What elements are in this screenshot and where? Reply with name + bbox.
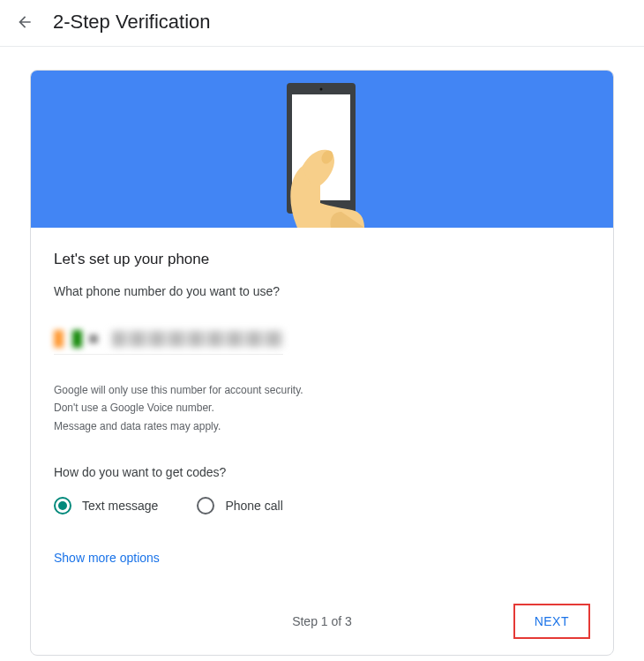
setup-card: Let's set up your phone What phone numbe… [30, 70, 614, 656]
card-content: Let's set up your phone What phone numbe… [31, 228, 613, 655]
next-button[interactable]: NEXT [513, 604, 590, 639]
radio-group: Text message Phone call [54, 497, 590, 515]
footer-row: Step 1 of 3 NEXT [54, 604, 590, 639]
page-title: 2-Step Verification [53, 11, 211, 34]
section-heading: Let's set up your phone [54, 251, 590, 268]
phone-number-field [112, 331, 283, 347]
dropdown-caret-icon [89, 334, 98, 343]
codes-question: How do you want to get codes? [54, 465, 590, 479]
radio-label-phone-call: Phone call [225, 499, 282, 513]
disclaimer-block: Google will only use this number for acc… [54, 381, 590, 435]
disclaimer-line-3: Message and data rates may apply. [54, 417, 590, 435]
country-flag-icon [54, 330, 82, 348]
svg-point-1 [320, 88, 323, 91]
back-arrow-icon[interactable] [14, 11, 35, 33]
step-indicator: Step 1 of 3 [292, 614, 352, 628]
hero-illustration [31, 71, 613, 228]
show-more-options-link[interactable]: Show more options [54, 551, 160, 565]
radio-text-message[interactable]: Text message [54, 497, 158, 515]
radio-label-text-message: Text message [82, 499, 158, 513]
radio-unselected-icon [197, 497, 214, 515]
header-bar: 2-Step Verification [0, 0, 644, 47]
phone-input[interactable] [54, 323, 283, 355]
phone-question: What phone number do you want to use? [54, 284, 590, 298]
disclaimer-line-1: Google will only use this number for acc… [54, 381, 590, 399]
radio-selected-icon [54, 497, 71, 515]
disclaimer-line-2: Don't use a Google Voice number. [54, 399, 590, 417]
radio-phone-call[interactable]: Phone call [197, 497, 282, 515]
